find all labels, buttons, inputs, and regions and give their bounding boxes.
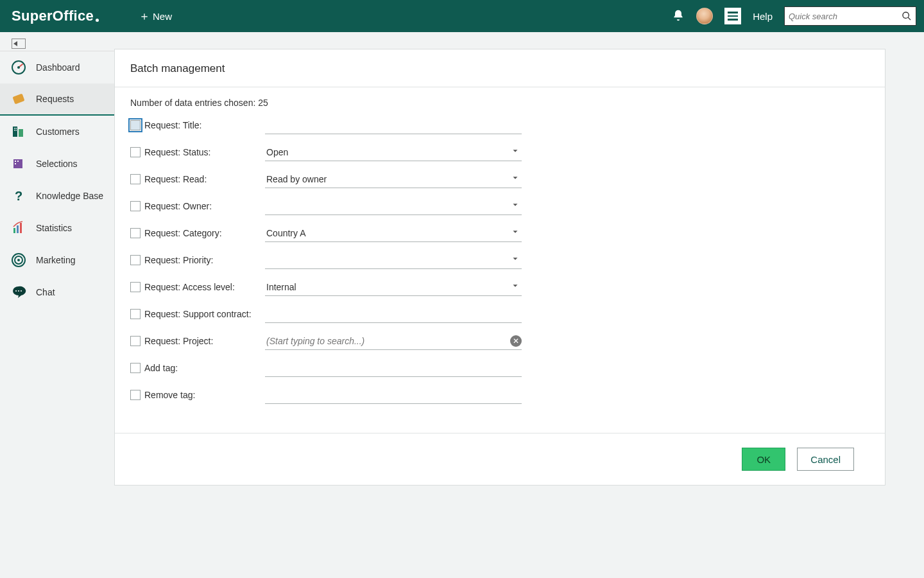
sidebar-item-selections[interactable]: Selections [0,148,114,180]
select-value: Open [265,147,509,157]
sidebar-item-label: Statistics [36,223,72,233]
sidebar-item-label: Dashboard [36,62,80,73]
cancel-button[interactable]: Cancel [797,448,854,471]
svg-rect-10 [15,161,16,162]
svg-rect-16 [20,223,22,233]
checkbox-addtag[interactable] [130,363,141,373]
checkbox-read[interactable] [130,174,141,184]
chevron-down-icon[interactable] [509,254,522,265]
field-label: Request: Priority: [144,255,265,265]
field-request-priority: Request: Priority: [130,247,869,274]
quick-search-input[interactable] [789,12,902,21]
chevron-down-icon[interactable] [509,173,522,184]
checkbox-support[interactable] [130,309,141,319]
title-input[interactable] [265,116,522,134]
checkbox-title[interactable] [130,120,141,130]
checkbox-owner[interactable] [130,201,141,211]
checkbox-status[interactable] [130,147,141,157]
building-icon [10,123,27,140]
checkbox-project[interactable] [130,336,141,346]
select-value: Country A [265,228,509,238]
field-request-access: Request: Access level: Internal [130,274,869,301]
field-label: Request: Owner: [144,201,265,211]
addtag-input[interactable] [265,359,522,377]
target-icon [10,252,27,268]
checkbox-category[interactable] [130,228,141,238]
svg-point-20 [15,290,17,292]
field-label: Request: Category: [144,228,265,238]
sidebar-item-marketing[interactable]: Marketing [0,244,114,276]
collapse-icon [12,39,26,49]
sidebar-item-dashboard[interactable]: Dashboard [0,51,114,83]
removetag-input[interactable] [265,386,522,404]
question-icon: ? [10,188,27,204]
notifications-icon[interactable] [672,9,685,24]
select-value: Internal [265,282,509,292]
field-request-owner: Request: Owner: [130,193,869,220]
priority-select[interactable] [265,251,522,269]
field-label: Request: Project: [144,336,265,346]
svg-rect-2 [12,94,24,105]
svg-rect-4 [19,129,23,137]
quick-search[interactable] [784,6,916,26]
button-label: OK [757,454,771,465]
sidebar-item-chat[interactable]: Chat [0,276,114,308]
panel-footer: OK Cancel [115,433,885,485]
search-icon [902,11,912,21]
field-request-status: Request: Status: Open [130,139,869,166]
clear-icon[interactable]: ✕ [510,335,522,347]
svg-rect-11 [17,161,19,162]
main-menu-icon[interactable] [724,8,741,24]
new-button[interactable]: ＋ New [139,8,172,24]
gauge-icon [10,59,27,76]
plus-icon: ＋ [139,8,150,24]
input-placeholder: (Start typing to search...) [265,336,510,346]
svg-rect-15 [17,225,19,233]
support-input[interactable] [265,305,522,323]
sidebar-item-knowledge-base[interactable]: ? Knowledge Base [0,180,114,212]
field-request-support: Request: Support contract: [130,301,869,328]
sidebar-item-customers[interactable]: Customers [0,116,114,148]
field-add-tag: Add tag: [130,355,869,381]
category-select[interactable]: Country A [265,224,522,242]
field-label: Request: Read: [144,174,265,184]
selections-icon [10,155,27,172]
svg-rect-5 [14,128,15,129]
project-search-input[interactable]: (Start typing to search...) ✕ [265,332,522,350]
owner-select[interactable] [265,197,522,215]
panel-title: Batch management [115,49,885,87]
status-select[interactable]: Open [265,143,522,161]
entries-count: Number of data entries chosen: 25 [130,98,869,108]
svg-point-1 [17,66,20,69]
sidebar-item-statistics[interactable]: Statistics [0,212,114,244]
access-select[interactable]: Internal [265,278,522,296]
checkbox-priority[interactable] [130,255,141,265]
select-value: Read by owner [265,174,509,184]
field-label: Request: Access level: [144,282,265,292]
chevron-down-icon[interactable] [509,146,522,157]
sidebar-item-label: Marketing [36,255,75,265]
read-select[interactable]: Read by owner [265,170,522,188]
svg-rect-14 [13,228,15,233]
sidebar-item-label: Selections [36,159,78,169]
ticket-icon [10,91,27,107]
field-remove-tag: Remove tag: [130,381,869,408]
chevron-down-icon[interactable] [509,227,522,238]
svg-rect-8 [16,130,17,131]
field-request-read: Request: Read: Read by owner [130,166,869,193]
user-avatar[interactable] [696,8,713,24]
checkbox-removetag[interactable] [130,390,141,400]
app-logo: SuperOffice [12,8,99,24]
help-link[interactable]: Help [753,11,773,22]
field-label: Request: Status: [144,147,265,157]
field-request-project: Request: Project: (Start typing to searc… [130,328,869,355]
svg-rect-6 [16,128,17,129]
sidebar-item-requests[interactable]: Requests [0,83,114,116]
svg-rect-12 [15,163,16,164]
sidebar-collapse[interactable] [0,36,114,51]
chevron-down-icon[interactable] [509,281,522,292]
ok-button[interactable]: OK [742,448,785,471]
checkbox-access[interactable] [130,282,141,292]
app-header: SuperOffice ＋ New Help [0,0,924,32]
chevron-down-icon[interactable] [509,200,522,211]
